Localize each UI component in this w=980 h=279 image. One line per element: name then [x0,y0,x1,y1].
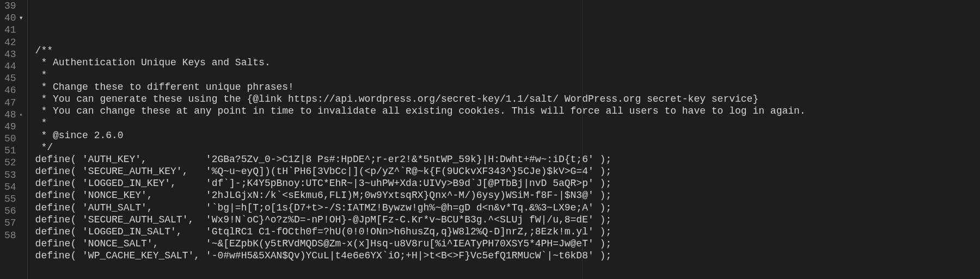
line-number-gutter: 39 40▾41 42 43 44 45 46 47 48▴49 50 51 5… [0,0,27,279]
code-line[interactable]: * @since 2.6.0 [35,129,980,141]
line-number: 52 [4,157,24,169]
fold-open-icon[interactable]: ▾ [19,12,24,24]
code-text: * Authentication Unique Keys and Salts. [35,57,271,68]
code-text: define( 'AUTH_SALT', '`bg|=h[T;o[1s{D7+t… [35,202,612,213]
code-text: * You can change these at any point in t… [35,106,806,116]
code-line[interactable]: * [35,69,980,81]
code-line[interactable]: define( 'NONCE_SALT', '~&[EZpbK(y5tRVdMQ… [35,238,980,250]
line-number-text: 53 [4,169,16,181]
line-number-text: 41 [4,24,16,36]
line-number: 48▴ [4,109,24,121]
line-number: 50 [4,133,24,145]
line-number-text: 56 [4,205,16,217]
line-number: 57 [4,217,24,229]
code-text: * [35,70,47,80]
line-number: 56 [4,205,24,217]
line-number: 53 [4,169,24,181]
code-line[interactable]: define( 'WP_CACHE_KEY_SALT', '-0#w#H5&5X… [35,250,980,262]
line-number: 58 [4,230,24,241]
code-area[interactable]: /** * Authentication Unique Keys and Sal… [28,0,980,279]
code-text: define( 'SECURE_AUTH_SALT', 'Wx9!N`oC}^o… [35,214,612,225]
code-line[interactable]: /** [35,45,980,57]
code-text: define( 'AUTH_KEY', '2GBa?5Zv_0->C1Z|8 P… [35,154,612,165]
line-number-text: 54 [4,181,16,193]
code-text: * @since 2.6.0 [35,130,124,141]
line-number-text: 50 [4,133,16,145]
line-number: 41 [4,24,24,36]
code-text: * You can generate these using the {@lin… [35,94,759,104]
line-number: 49 [4,121,24,133]
code-line[interactable]: define( 'SECURE_AUTH_SALT', 'Wx9!N`oC}^o… [35,214,980,226]
line-number-text: 49 [4,121,16,133]
code-text: define( 'NONCE_KEY', '2hJLGjxN:/k`<sEkmu… [35,190,612,201]
line-number-text: 58 [4,230,16,241]
code-line[interactable]: define( 'NONCE_KEY', '2hJLGjxN:/k`<sEkmu… [35,189,980,201]
code-text: define( 'SECURE_AUTH_KEY', '%Q~u~eyQ])(t… [35,166,612,177]
code-line[interactable]: define( 'LOGGED_IN_KEY', 'df`]-;K4Y5pBno… [35,177,980,189]
line-number: 46 [4,84,24,96]
line-number: 42 [4,36,24,48]
line-number-text: 43 [4,48,16,60]
code-text: define( 'WP_CACHE_KEY_SALT', '-0#w#H5&5X… [35,250,612,261]
code-editor[interactable]: 39 40▾41 42 43 44 45 46 47 48▴49 50 51 5… [0,0,980,279]
line-number-text: 55 [4,193,16,205]
line-number: 43 [4,48,24,60]
line-number-text: 48 [4,109,16,121]
code-text: /** [35,45,53,56]
code-text: define( 'NONCE_SALT', '~&[EZpbK(y5tRVdMQ… [35,238,612,249]
line-number-text: 57 [4,217,16,229]
code-text: define( 'LOGGED_IN_KEY', 'df`]-;K4Y5pBno… [35,178,612,189]
code-text: * [35,117,47,128]
code-line[interactable]: define( 'SECURE_AUTH_KEY', '%Q~u~eyQ])(t… [35,165,980,177]
code-line[interactable]: define( 'AUTH_KEY', '2GBa?5Zv_0->C1Z|8 P… [35,153,980,165]
fold-close-icon[interactable]: ▴ [19,109,24,121]
line-number: 47 [4,97,24,109]
line-number-text: 39 [4,0,16,12]
code-line[interactable]: * [35,117,980,129]
line-number: 45 [4,72,24,84]
code-line[interactable]: * You can generate these using the {@lin… [35,93,980,105]
line-number: 40▾ [4,12,24,24]
line-number-text: 46 [4,84,16,96]
code-text: * Change these to different unique phras… [35,82,294,92]
line-number-text: 40 [4,12,16,24]
code-line[interactable]: */ [35,141,980,153]
code-line[interactable] [35,33,980,45]
line-number-text: 47 [4,97,16,109]
line-number-text: 45 [4,72,16,84]
code-line[interactable]: * Authentication Unique Keys and Salts. [35,57,980,69]
line-number-text: 51 [4,145,16,157]
line-number-text: 42 [4,36,16,48]
code-text: define( 'LOGGED_IN_SALT', 'GtqlRC1 C1-fO… [35,226,612,237]
line-number: 39 [4,0,24,12]
code-line[interactable]: * Change these to different unique phras… [35,81,980,93]
code-text: */ [35,142,53,153]
code-line[interactable]: define( 'AUTH_SALT', '`bg|=h[T;o[1s{D7+t… [35,202,980,214]
line-number: 54 [4,181,24,193]
line-number: 55 [4,193,24,205]
code-line[interactable] [35,262,980,274]
line-number-text: 44 [4,60,16,72]
line-number: 51 [4,145,24,157]
code-line[interactable]: define( 'LOGGED_IN_SALT', 'GtqlRC1 C1-fO… [35,226,980,238]
line-number-text: 52 [4,157,16,169]
code-line[interactable]: * You can change these at any point in t… [35,105,980,117]
line-number: 44 [4,60,24,72]
